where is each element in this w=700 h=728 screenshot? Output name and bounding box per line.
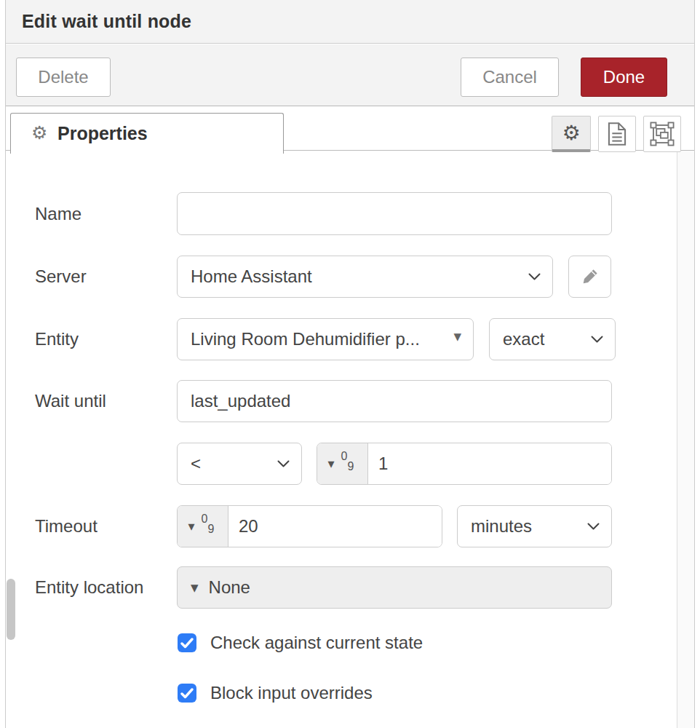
dialog-header: Edit wait until node [6, 0, 694, 44]
timeout-label: Timeout [35, 505, 98, 547]
timeout-typedinput: ▾ 0 9 [177, 505, 442, 547]
triangle-down-icon: ▾ [191, 579, 199, 596]
timeout-units-value: minutes [471, 516, 532, 537]
operator-select[interactable]: < [177, 443, 302, 485]
entity-combo-value: Living Room Dehumidifier p... [191, 329, 420, 349]
timeout-type-button[interactable]: ▾ 0 9 [178, 506, 228, 547]
compare-value-input[interactable] [368, 443, 611, 484]
entity-location-value: None [209, 577, 250, 598]
wait-until-property-input[interactable] [177, 380, 612, 422]
chevron-down-icon [591, 336, 603, 344]
check-current-state-checkbox[interactable] [178, 633, 196, 652]
triangle-down-icon: ▾ [188, 518, 194, 534]
timeout-units-select[interactable]: minutes [457, 505, 612, 547]
block-input-overrides-checkbox[interactable] [178, 684, 196, 703]
tab-properties-label: Properties [57, 114, 148, 153]
gear-icon: ⚙ [31, 114, 47, 152]
operator-value: < [191, 454, 201, 474]
edit-node-dialog: Edit wait until node Delete Cancel Done … [0, 0, 700, 728]
triangle-down-icon: ▾ [453, 328, 461, 345]
tab-button-appearance[interactable] [643, 116, 681, 152]
entity-label: Entity [35, 318, 79, 360]
number-type-icon: 0 9 [341, 451, 357, 476]
chevron-down-icon [587, 523, 600, 531]
server-select[interactable]: Home Assistant [177, 256, 553, 298]
right-scroll-gutter [677, 151, 694, 728]
checkmark-icon [180, 688, 194, 699]
done-button[interactable]: Done [581, 58, 667, 97]
delete-button[interactable]: Delete [16, 58, 111, 97]
panel-left-border [5, 0, 6, 728]
gear-icon: ⚙ [562, 121, 580, 145]
entity-location-label: Entity location [35, 566, 143, 609]
block-input-overrides-label: Block input overrides [210, 683, 373, 703]
compare-value-typedinput: ▾ 0 9 [317, 443, 612, 485]
wait-until-label: Wait until [35, 380, 106, 422]
entity-match-select[interactable]: exact [489, 318, 616, 360]
check-current-state-row[interactable]: Check against current state [178, 633, 423, 653]
cancel-button[interactable]: Cancel [461, 58, 559, 97]
server-select-value: Home Assistant [191, 266, 312, 287]
pencil-icon [581, 267, 600, 286]
name-input[interactable] [177, 192, 612, 235]
chevron-down-icon [528, 273, 541, 281]
left-scrollbar-thumb[interactable] [7, 579, 15, 640]
chevron-down-icon [277, 460, 290, 468]
panel-right-border [694, 0, 695, 728]
tab-properties[interactable]: ⚙ Properties [10, 113, 284, 154]
dialog-title: Edit wait until node [22, 0, 191, 43]
entity-location-typedinput[interactable]: ▾ None [177, 566, 612, 609]
document-icon [606, 122, 628, 146]
appearance-icon [650, 122, 675, 146]
check-current-state-label: Check against current state [210, 633, 423, 653]
tab-button-properties[interactable]: ⚙ [552, 116, 591, 152]
number-type-icon: 0 9 [202, 514, 218, 539]
name-label: Name [35, 192, 81, 235]
dialog-toolbar: Delete Cancel Done [6, 44, 694, 106]
edit-server-button[interactable] [568, 256, 611, 298]
timeout-value-input[interactable] [228, 506, 442, 547]
block-input-overrides-row[interactable]: Block input overrides [178, 683, 373, 703]
checkmark-icon [180, 638, 194, 649]
entity-match-value: exact [503, 329, 544, 349]
triangle-down-icon: ▾ [327, 456, 334, 472]
server-label: Server [35, 256, 87, 298]
tab-button-description[interactable] [598, 116, 636, 152]
entity-combo[interactable]: Living Room Dehumidifier p... ▾ [177, 318, 474, 360]
compare-value-type-button[interactable]: ▾ 0 9 [317, 443, 368, 484]
